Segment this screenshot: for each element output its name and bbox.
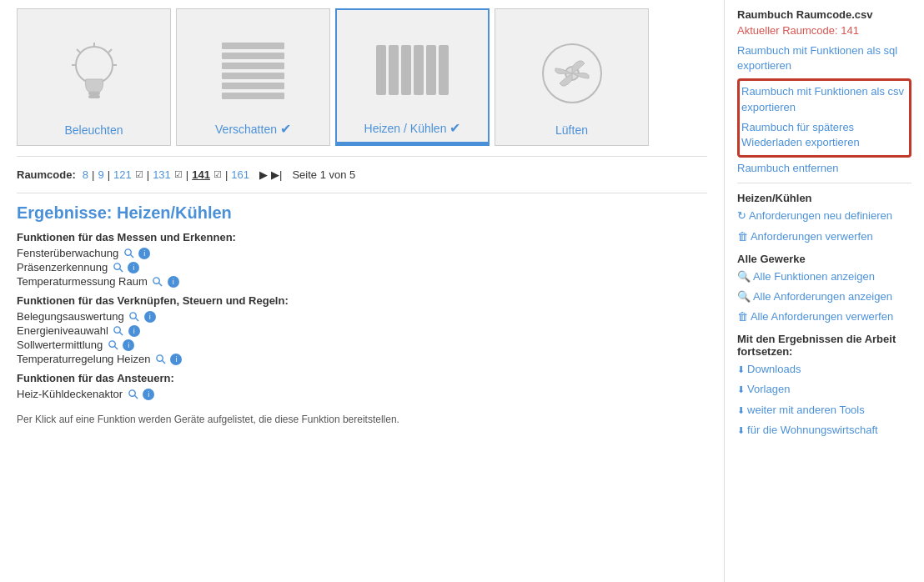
highlight-box: Raumbuch mit Funktionen als csv exportie… [737,78,911,158]
heizen-check: ✔ [449,120,460,136]
tile-heizen-kuehlen[interactable]: Heizen / Kühlen ✔ [335,8,490,146]
mit-ergebnissen-title: Mit den Ergebnissen die Arbeit fortsetze… [737,333,911,358]
tile-heizen-label: Heizen / Kühlen [364,122,447,135]
info-prasenz-icon[interactable]: i [128,262,139,273]
tile-verschatten-label: Verschatten [215,123,277,136]
search-icon-anforderungen: 🔍 [737,290,753,303]
search-temp-icon[interactable] [152,276,163,288]
section-ansteuern-title: Funktionen für das Ansteuern: [17,372,707,384]
link-raumbuch-entfernen[interactable]: Raumbuch entfernen [737,161,911,176]
search-belegung-icon[interactable] [128,311,140,323]
svg-line-17 [136,318,139,321]
func-heiz-kuhldeckenaktor: Heiz-Kühldeckenaktor i [17,388,707,400]
info-belegung-icon[interactable]: i [144,311,156,323]
alle-funktionen-link[interactable]: 🔍 Alle Funktionen anzeigen [737,269,911,284]
func-fensteruberwachung: Fensterüberwachung i [17,247,707,259]
downloads-link[interactable]: Downloads [737,362,911,377]
svg-line-23 [162,360,165,364]
search-heizaktor-icon[interactable] [127,389,138,400]
svg-point-16 [130,313,136,319]
svg-point-24 [129,390,135,396]
results-heading: Ergebnisse: Heizen/Kühlen [17,203,707,223]
tile-beleuchten[interactable]: Beleuchten [17,8,171,146]
svg-line-4 [77,49,80,53]
link-export-csv[interactable]: Raumbuch mit Funktionen als csv exportie… [741,84,907,114]
alle-anforderungen-link[interactable]: 🔍 Alle Anforderungen anzeigen [737,289,911,304]
svg-point-12 [113,263,119,269]
svg-rect-1 [88,92,100,95]
raumcode-121-check: ☑ [135,169,143,180]
svg-line-15 [159,283,163,286]
svg-point-20 [109,341,115,347]
raumcode-131[interactable]: 131 [153,168,171,181]
vorlagen-link[interactable]: Vorlagen [737,382,911,397]
raumcode-label: Raumcode: [17,168,76,181]
raumcode-9[interactable]: 9 [98,168,103,181]
alle-gewerke-title: Alle Gewerke [737,253,911,265]
svg-line-25 [134,395,138,399]
search-prasenz-icon[interactable] [112,262,123,273]
page-info: Seite 1 von 5 [292,168,355,181]
download-icon-wohnung [737,424,747,436]
sidebar: Raumbuch Raumcode.csv Aktueller Raumcode… [724,0,924,582]
search-energie-icon[interactable] [113,325,124,337]
link-export-sql[interactable]: Raumbuch mit Funktionen als sql exportie… [737,43,911,73]
raumcode-row: Raumcode: 8 | 9 | 121 ☑ | 131 ☑ | 141 ☑ … [17,163,707,186]
raumcode-121[interactable]: 121 [113,168,132,181]
info-tempreg-icon[interactable]: i [170,354,182,365]
heizen-section-title: Heizen/Kühlen [737,192,911,204]
raumcode-value: 141 [841,24,859,37]
anforderungen-verwerfen-link[interactable]: 🗑 Anforderungen verwerfen [737,229,911,244]
download-icon-tools [737,404,747,416]
tile-verschatten[interactable]: Verschatten ✔ [176,8,330,146]
svg-line-19 [120,332,123,335]
category-tiles: Beleuchten Verschatten ✔ [17,8,707,146]
info-heizaktor-icon[interactable]: i [143,389,154,400]
verschatten-check: ✔ [280,121,291,137]
download-icon-vorlagen [737,383,747,395]
raumbuch-title: Raumbuch Raumcode.csv [737,8,911,21]
search-icon-alle: 🔍 [737,270,753,283]
search-fenster-icon[interactable] [123,248,134,259]
func-temperaturmessung: Temperaturmessung Raum i [17,275,707,288]
info-energie-icon[interactable]: i [128,325,140,337]
nav-last[interactable]: ▶| [271,168,282,181]
svg-line-5 [108,49,112,53]
anforderungen-neu-link[interactable]: ↻ Anforderungen neu definieren [737,208,911,223]
func-energieniveauwahl: Energieniveauwahl i [17,324,707,337]
wohnungswirtschaft-link[interactable]: für die Wohnungswirtschaft [737,423,911,438]
alle-anforderungen-verwerfen-link[interactable]: 🗑 Alle Anforderungen verwerfen [737,309,911,324]
trash-icon: 🗑 [737,230,751,243]
trash-icon-alle: 🗑 [737,310,751,323]
search-sollwert-icon[interactable] [107,339,118,351]
func-temperaturregelung: Temperaturregelung Heizen i [17,353,707,365]
svg-point-22 [157,355,163,361]
raumcode-8[interactable]: 8 [83,168,88,181]
info-fenster-icon[interactable]: i [138,248,150,259]
svg-line-11 [130,254,133,258]
download-icon-downloads [737,363,747,375]
svg-rect-2 [88,95,100,98]
func-prasenzerkennung: Präsenzerkennung i [17,261,707,273]
svg-line-21 [114,346,118,349]
raumcode-141[interactable]: 141 [192,168,210,181]
svg-line-13 [119,268,123,272]
refresh-icon: ↻ [737,209,749,222]
raumcode-141-check: ☑ [213,169,222,180]
func-sollwertermittlung: Sollwertermittlung i [17,339,707,351]
tile-lueften[interactable]: Lüften [495,8,649,146]
section-messen-title: Funktionen für das Messen und Erkennen: [17,231,707,243]
svg-point-18 [114,327,120,333]
aktueller-raumcode: Aktueller Raumcode: 141 [737,24,911,37]
svg-point-10 [124,249,130,255]
footnote: Per Klick auf eine Funktion werden Gerät… [17,414,707,425]
info-temp-icon[interactable]: i [168,276,179,288]
section-steuern-title: Funktionen für das Verknüpfen, Steuern u… [17,294,707,307]
tile-beleuchten-label: Beleuchten [64,123,123,137]
search-tempreg-icon[interactable] [154,354,166,365]
raumcode-131-check: ☑ [174,169,183,180]
link-export-reload[interactable]: Raumbuch für späteres Wiederladen export… [741,120,907,150]
info-sollwert-icon[interactable]: i [123,339,134,351]
weiter-tools-link[interactable]: weiter mit anderen Tools [737,403,911,418]
raumcode-161[interactable]: 161 [231,168,249,181]
